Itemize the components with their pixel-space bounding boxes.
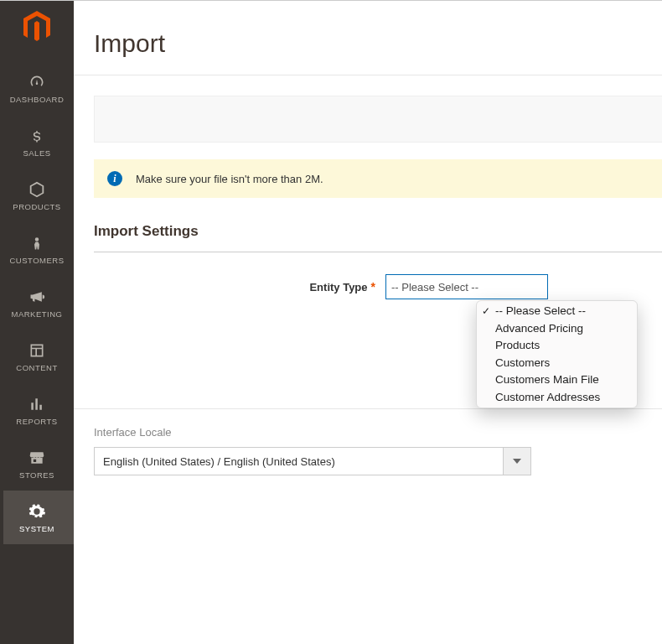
- nav-label: PRODUCTS: [13, 202, 60, 211]
- nav-label: DASHBOARD: [10, 95, 65, 104]
- entity-type-option[interactable]: Customers: [477, 355, 637, 372]
- entity-type-option[interactable]: Products: [477, 337, 637, 355]
- required-asterisk: *: [371, 280, 375, 293]
- page-title: Import: [94, 29, 662, 58]
- nav-label: MARKETING: [12, 309, 63, 319]
- nav-system[interactable]: SYSTEM: [0, 491, 74, 544]
- import-settings-heading: Import Settings: [94, 223, 662, 240]
- dollar-icon: [27, 127, 47, 145]
- cube-icon: [27, 180, 47, 199]
- file-size-notice: i Make sure your file isn't more than 2M…: [94, 159, 662, 198]
- magento-logo: [23, 1, 51, 52]
- nav-dashboard[interactable]: DASHBOARD: [0, 61, 74, 115]
- entity-type-dropdown[interactable]: -- Please Select --Advanced PricingProdu…: [476, 300, 638, 408]
- layout-icon: [27, 341, 47, 360]
- entity-type-option[interactable]: -- Please Select --: [477, 303, 637, 320]
- nav-content[interactable]: CONTENT: [0, 330, 74, 383]
- storefront-icon: [27, 449, 47, 467]
- entity-type-option[interactable]: Customer Addresses: [477, 389, 637, 407]
- nav-sales[interactable]: SALES: [0, 115, 74, 169]
- locale-label: Interface Locale: [94, 426, 662, 439]
- nav-label: SYSTEM: [19, 524, 54, 533]
- bars-icon: [27, 395, 47, 413]
- locale-select-value[interactable]: English (United States) / English (Unite…: [94, 447, 503, 475]
- toolbar-area: [94, 96, 662, 143]
- entity-type-select[interactable]: -- Please Select --: [385, 274, 548, 299]
- entity-type-label: Entity Type*: [94, 280, 385, 293]
- chevron-down-icon: [513, 459, 521, 464]
- entity-type-option[interactable]: Advanced Pricing: [477, 320, 637, 338]
- person-icon: [27, 234, 47, 252]
- nav-label: CONTENT: [16, 363, 57, 372]
- nav-label: CUSTOMERS: [9, 256, 64, 265]
- gear-icon: [27, 502, 47, 521]
- nav-label: REPORTS: [16, 417, 57, 426]
- main-content: Import i Make sure your file isn't more …: [74, 1, 662, 644]
- nav-customers[interactable]: CUSTOMERS: [0, 222, 74, 276]
- nav-marketing[interactable]: MARKETING: [0, 276, 74, 330]
- entity-type-option[interactable]: Customers Main File: [477, 371, 637, 389]
- sidebar: DASHBOARDSALESPRODUCTSCUSTOMERSMARKETING…: [0, 1, 74, 644]
- nav-label: SALES: [23, 148, 50, 158]
- nav-stores[interactable]: STORES: [0, 437, 74, 491]
- notice-text: Make sure your file isn't more than 2M.: [136, 173, 323, 185]
- megaphone-icon: [27, 288, 47, 306]
- nav-reports[interactable]: REPORTS: [0, 383, 74, 437]
- locale-select-toggle[interactable]: [503, 447, 531, 475]
- nav-products[interactable]: PRODUCTS: [0, 169, 74, 222]
- info-icon: i: [107, 171, 122, 186]
- gauge-icon: [27, 73, 47, 91]
- nav-label: STORES: [19, 470, 54, 480]
